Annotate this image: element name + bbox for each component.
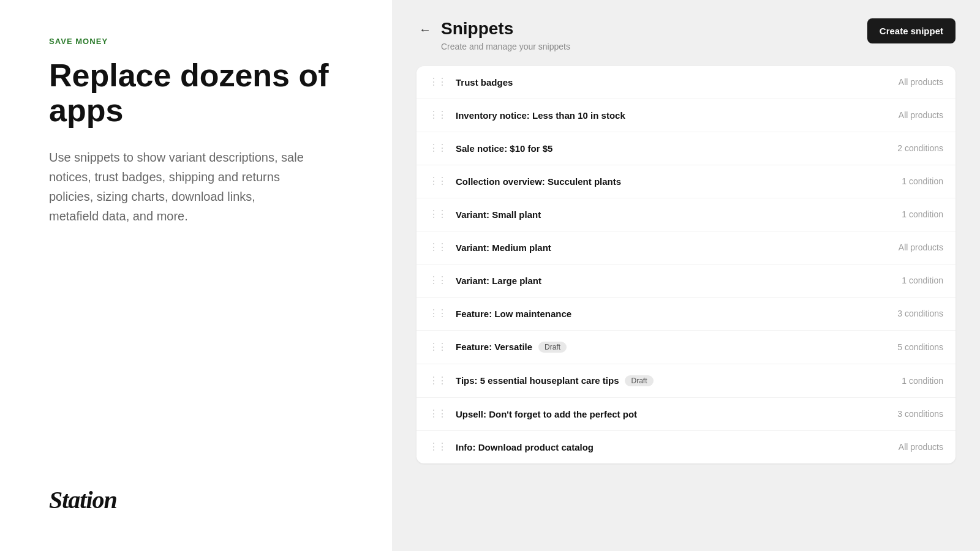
snippet-meta: 1 condition <box>902 376 943 386</box>
page-subtitle: Create and manage your snippets <box>441 42 570 51</box>
table-row[interactable]: ⋮⋮Info: Download product catalogAll prod… <box>417 431 956 463</box>
drag-handle-icon[interactable]: ⋮⋮ <box>429 77 446 87</box>
snippet-meta: 2 conditions <box>897 143 943 153</box>
drag-handle-icon[interactable]: ⋮⋮ <box>429 143 446 153</box>
snippet-meta: 1 condition <box>902 209 943 219</box>
page-header: ← Snippets Create and manage your snippe… <box>417 18 956 51</box>
snippet-name: Collection overview: Succulent plants <box>456 176 892 187</box>
station-logo: Station <box>49 485 343 514</box>
back-icon: ← <box>419 23 431 36</box>
table-row[interactable]: ⋮⋮Sale notice: $10 for $52 conditions <box>417 132 956 165</box>
snippet-meta: 5 conditions <box>897 342 943 352</box>
snippet-name: Feature: VersatileDraft <box>456 342 888 353</box>
left-content: SAVE MONEY Replace dozens of apps Use sn… <box>49 37 343 485</box>
drag-handle-icon[interactable]: ⋮⋮ <box>429 110 446 120</box>
left-panel: SAVE MONEY Replace dozens of apps Use sn… <box>0 0 392 551</box>
table-row[interactable]: ⋮⋮Trust badgesAll products <box>417 66 956 99</box>
drag-handle-icon[interactable]: ⋮⋮ <box>429 442 446 452</box>
table-row[interactable]: ⋮⋮Collection overview: Succulent plants1… <box>417 165 956 198</box>
headline: Replace dozens of apps <box>49 58 343 128</box>
drag-handle-icon[interactable]: ⋮⋮ <box>429 342 446 352</box>
table-row[interactable]: ⋮⋮Variant: Large plant1 condition <box>417 264 956 298</box>
snippet-meta: All products <box>899 442 943 452</box>
title-group: Snippets Create and manage your snippets <box>441 18 570 51</box>
drag-handle-icon[interactable]: ⋮⋮ <box>429 409 446 419</box>
drag-handle-icon[interactable]: ⋮⋮ <box>429 376 446 386</box>
table-row[interactable]: ⋮⋮Variant: Medium plantAll products <box>417 231 956 264</box>
back-button[interactable]: ← <box>417 21 434 38</box>
drag-handle-icon[interactable]: ⋮⋮ <box>429 176 446 186</box>
snippet-name: Variant: Small plant <box>456 209 892 220</box>
snippet-name: Variant: Large plant <box>456 276 892 286</box>
drag-handle-icon[interactable]: ⋮⋮ <box>429 276 446 285</box>
snippet-name: Info: Download product catalog <box>456 442 889 452</box>
snippet-meta: 3 conditions <box>897 309 943 318</box>
save-money-label: SAVE MONEY <box>49 37 343 46</box>
drag-handle-icon[interactable]: ⋮⋮ <box>429 209 446 219</box>
snippet-name: Sale notice: $10 for $5 <box>456 143 888 154</box>
snippet-meta: All products <box>899 242 943 252</box>
snippet-name: Inventory notice: Less than 10 in stock <box>456 110 889 121</box>
right-panel: ← Snippets Create and manage your snippe… <box>392 0 980 551</box>
table-row[interactable]: ⋮⋮Feature: VersatileDraft5 conditions <box>417 331 956 364</box>
drag-handle-icon[interactable]: ⋮⋮ <box>429 309 446 318</box>
draft-badge: Draft <box>538 342 567 353</box>
description: Use snippets to show variant description… <box>49 148 306 226</box>
table-row[interactable]: ⋮⋮Tips: 5 essential houseplant care tips… <box>417 364 956 398</box>
draft-badge: Draft <box>625 375 653 386</box>
create-snippet-button[interactable]: Create snippet <box>867 18 956 43</box>
page-title: Snippets <box>441 18 570 39</box>
snippet-name: Variant: Medium plant <box>456 242 889 253</box>
snippet-meta: 1 condition <box>902 176 943 186</box>
snippets-list: ⋮⋮Trust badgesAll products⋮⋮Inventory no… <box>417 66 956 463</box>
snippet-name: Feature: Low maintenance <box>456 309 888 319</box>
table-row[interactable]: ⋮⋮Upsell: Don't forget to add the perfec… <box>417 398 956 431</box>
snippet-name: Trust badges <box>456 77 889 88</box>
table-row[interactable]: ⋮⋮Inventory notice: Less than 10 in stoc… <box>417 99 956 132</box>
logo-area: Station <box>49 485 343 514</box>
snippet-meta: All products <box>899 77 943 87</box>
snippet-meta: 1 condition <box>902 276 943 285</box>
table-row[interactable]: ⋮⋮Feature: Low maintenance3 conditions <box>417 298 956 331</box>
snippet-meta: 3 conditions <box>897 409 943 419</box>
drag-handle-icon[interactable]: ⋮⋮ <box>429 242 446 252</box>
snippet-meta: All products <box>899 110 943 120</box>
snippet-name: Tips: 5 essential houseplant care tipsDr… <box>456 375 892 386</box>
snippet-name: Upsell: Don't forget to add the perfect … <box>456 409 888 419</box>
page-title-area: ← Snippets Create and manage your snippe… <box>417 18 570 51</box>
table-row[interactable]: ⋮⋮Variant: Small plant1 condition <box>417 198 956 231</box>
